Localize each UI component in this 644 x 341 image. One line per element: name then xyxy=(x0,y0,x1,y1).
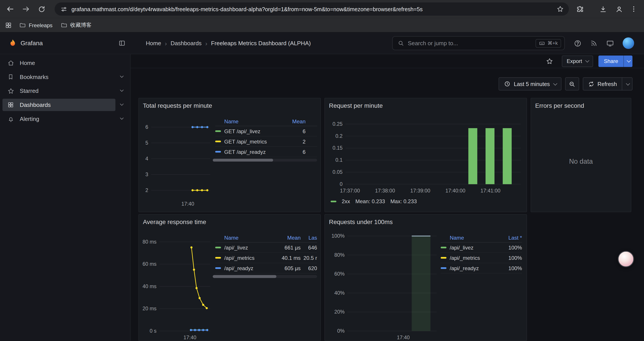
series-mean: 40.1 ms xyxy=(278,255,301,261)
panel-title[interactable]: Request per minute xyxy=(325,98,526,109)
request-per-minute-chart[interactable]: 0.250.20.150.10.05017:37:0017:38:0017:39… xyxy=(328,117,524,195)
series-name: GET /api/_metrics xyxy=(224,138,288,145)
svg-text:100%: 100% xyxy=(332,233,344,239)
legend[interactable]: 2xx Mean: 0.233 Max: 0.233 xyxy=(330,198,417,204)
bookmark-folder-blog[interactable]: 收藏博客 xyxy=(56,20,96,31)
legend-row[interactable]: /api/_readyz 605 µs 620 xyxy=(215,263,317,273)
time-range-picker[interactable]: Last 5 minutes xyxy=(499,77,561,90)
legend-col-name[interactable]: Name xyxy=(441,235,496,241)
search-input[interactable] xyxy=(408,40,536,47)
monitor-icon[interactable] xyxy=(606,39,614,47)
browser-menu-icon[interactable] xyxy=(627,3,640,16)
panel-total-requests: Total requests per minute 6543217:40 Nam… xyxy=(138,98,321,212)
legend-row[interactable]: /api/_livez 661 µs 646 xyxy=(215,242,317,253)
legend-header[interactable]: Name Mean xyxy=(215,117,317,126)
extensions-icon[interactable] xyxy=(574,3,586,16)
bookmark-star-icon[interactable] xyxy=(556,5,564,13)
sidebar-item-label: Starred xyxy=(20,88,38,94)
legend-row[interactable]: GET /api/_readyz 6 xyxy=(215,147,317,157)
breadcrumb-home[interactable]: Home xyxy=(146,40,161,47)
scrollbar-thumb[interactable] xyxy=(213,275,276,278)
refresh-interval-button[interactable] xyxy=(622,77,632,90)
bookmark-folder-label: Freeleaps xyxy=(29,22,52,28)
series-color-dash xyxy=(441,267,446,269)
help-icon[interactable] xyxy=(574,39,582,47)
panel-title[interactable]: Average response time xyxy=(139,215,320,225)
back-icon[interactable] xyxy=(3,2,17,16)
average-response-time-chart[interactable]: 80 ms60 ms40 ms20 ms0 s17:40 xyxy=(142,233,212,341)
series-name: GET /api/_readyz xyxy=(224,149,288,155)
news-rss-icon[interactable] xyxy=(590,40,598,47)
breadcrumb-dashboards[interactable]: Dashboards xyxy=(170,40,202,47)
sidebar-item-dashboards[interactable]: Dashboards xyxy=(0,98,130,112)
chevron-down-icon[interactable] xyxy=(119,88,125,94)
legend-header[interactable]: Name Last * xyxy=(441,233,522,242)
search-box[interactable]: ⌘+k xyxy=(392,36,565,50)
url-input[interactable] xyxy=(72,6,556,12)
apps-grid-icon[interactable] xyxy=(5,22,12,29)
svg-text:0: 0 xyxy=(340,181,342,187)
favorite-star-icon[interactable] xyxy=(546,57,553,65)
svg-text:17:38:00: 17:38:00 xyxy=(375,188,395,194)
panel-requests-under-100ms: Requests under 100ms 100%80%60%40%20%0%1… xyxy=(324,214,527,341)
legend-header[interactable]: Name Mean Las xyxy=(215,233,317,242)
legend-col-mean[interactable]: Mean xyxy=(278,235,301,241)
legend-row[interactable]: GET /api/_metrics 2 xyxy=(215,137,317,147)
legend-col-mean[interactable]: Mean xyxy=(288,119,306,125)
legend-row[interactable]: /api/_metrics 100% xyxy=(441,253,522,263)
legend-row[interactable]: /api/_readyz 100% xyxy=(441,263,522,273)
user-avatar[interactable] xyxy=(623,38,634,49)
series-name: /api/_readyz xyxy=(450,265,496,271)
chevron-down-icon[interactable] xyxy=(119,116,125,122)
export-button[interactable]: Export xyxy=(562,55,593,67)
reload-icon[interactable] xyxy=(34,2,48,16)
scrollbar-thumb[interactable] xyxy=(213,159,273,162)
panel-title[interactable]: Requests under 100ms xyxy=(325,215,526,225)
panel-title[interactable]: Total requests per minute xyxy=(139,98,320,109)
svg-text:5: 5 xyxy=(145,140,148,146)
chevron-down-icon[interactable] xyxy=(119,102,125,108)
sidebar-item-starred[interactable]: Starred xyxy=(0,84,130,98)
share-button[interactable]: Share xyxy=(599,55,632,67)
assistant-avatar[interactable] xyxy=(618,251,634,267)
chevron-down-icon xyxy=(627,58,631,63)
legend-col-name[interactable]: Name xyxy=(215,235,278,241)
share-menu-button[interactable] xyxy=(624,55,632,67)
legend-scrollbar[interactable] xyxy=(213,159,317,162)
dock-sidebar-icon[interactable] xyxy=(118,40,126,47)
zoom-out-icon xyxy=(568,80,576,87)
share-label[interactable]: Share xyxy=(599,55,624,67)
svg-text:17:37:00: 17:37:00 xyxy=(340,188,360,194)
panel-title[interactable]: Errors per second xyxy=(531,98,631,109)
chevron-down-icon[interactable] xyxy=(119,74,125,80)
forward-icon[interactable] xyxy=(19,2,33,16)
refresh-button[interactable]: Refresh xyxy=(582,77,622,90)
requests-under-100ms-chart[interactable]: 100%80%60%40%20%0%17:40 xyxy=(328,233,440,341)
site-settings-icon[interactable] xyxy=(60,6,67,13)
legend-col-last[interactable]: Last * xyxy=(496,235,522,241)
zoom-out-button[interactable] xyxy=(565,77,579,90)
omnibox[interactable] xyxy=(54,3,569,16)
legend-col-last[interactable]: Las xyxy=(301,235,317,241)
legend-col-name[interactable]: Name xyxy=(215,119,288,125)
legend-row[interactable]: GET /api/_livez 6 xyxy=(215,126,317,137)
grafana-logo-icon[interactable] xyxy=(8,39,17,48)
svg-text:80%: 80% xyxy=(334,252,344,258)
legend-row[interactable]: /api/_livez 100% xyxy=(441,242,522,253)
series-color-dash xyxy=(215,257,221,258)
profile-icon[interactable] xyxy=(612,3,626,16)
total-requests-chart[interactable]: 6543217:40 xyxy=(142,117,212,208)
clock-icon xyxy=(504,81,510,87)
series-color-dash xyxy=(215,267,221,269)
legend-table: Name Last * /api/_livez 100% /api/_metri… xyxy=(441,233,522,273)
legend-row[interactable]: /api/_metrics 40.1 ms 20.5 r xyxy=(215,253,317,263)
sidebar-item-home[interactable]: Home xyxy=(0,56,130,70)
svg-text:17:41:00: 17:41:00 xyxy=(480,188,500,194)
grafana-header: Grafana Home › Dashboards › Freeleaps Me… xyxy=(0,32,644,54)
breadcrumb-separator: › xyxy=(206,40,207,47)
downloads-icon[interactable] xyxy=(596,3,610,16)
bookmark-folder-freeleaps[interactable]: Freeleaps xyxy=(15,20,56,30)
sidebar-item-bookmarks[interactable]: Bookmarks xyxy=(0,70,130,84)
legend-scrollbar[interactable] xyxy=(213,275,317,278)
sidebar-item-alerting[interactable]: Alerting xyxy=(0,112,130,126)
